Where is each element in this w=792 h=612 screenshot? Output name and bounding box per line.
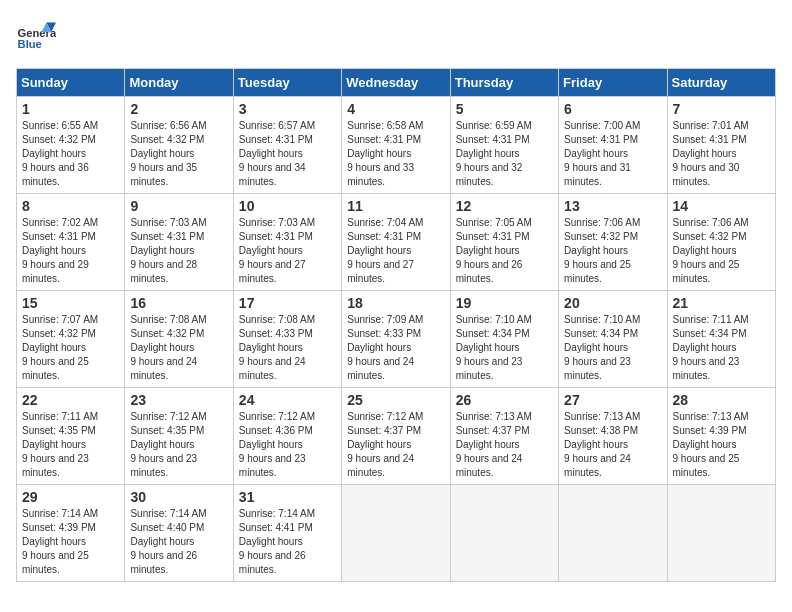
day-number: 3 xyxy=(239,101,336,117)
calendar-week-3: 15 Sunrise: 7:07 AMSunset: 4:32 PMDaylig… xyxy=(17,291,776,388)
day-number: 25 xyxy=(347,392,444,408)
weekday-header-friday: Friday xyxy=(559,69,667,97)
calendar-week-4: 22 Sunrise: 7:11 AMSunset: 4:35 PMDaylig… xyxy=(17,388,776,485)
calendar-cell: 31 Sunrise: 7:14 AMSunset: 4:41 PMDaylig… xyxy=(233,485,341,582)
day-info: Sunrise: 6:56 AMSunset: 4:32 PMDaylight … xyxy=(130,120,206,187)
day-info: Sunrise: 7:10 AMSunset: 4:34 PMDaylight … xyxy=(564,314,640,381)
day-info: Sunrise: 7:12 AMSunset: 4:35 PMDaylight … xyxy=(130,411,206,478)
calendar-cell: 8 Sunrise: 7:02 AMSunset: 4:31 PMDayligh… xyxy=(17,194,125,291)
day-number: 21 xyxy=(673,295,770,311)
day-info: Sunrise: 6:57 AMSunset: 4:31 PMDaylight … xyxy=(239,120,315,187)
day-info: Sunrise: 7:08 AMSunset: 4:33 PMDaylight … xyxy=(239,314,315,381)
calendar-cell: 5 Sunrise: 6:59 AMSunset: 4:31 PMDayligh… xyxy=(450,97,558,194)
calendar-cell: 10 Sunrise: 7:03 AMSunset: 4:31 PMDaylig… xyxy=(233,194,341,291)
day-info: Sunrise: 6:59 AMSunset: 4:31 PMDaylight … xyxy=(456,120,532,187)
calendar-cell xyxy=(559,485,667,582)
calendar-cell: 16 Sunrise: 7:08 AMSunset: 4:32 PMDaylig… xyxy=(125,291,233,388)
calendar-cell: 27 Sunrise: 7:13 AMSunset: 4:38 PMDaylig… xyxy=(559,388,667,485)
day-info: Sunrise: 7:07 AMSunset: 4:32 PMDaylight … xyxy=(22,314,98,381)
calendar-cell: 19 Sunrise: 7:10 AMSunset: 4:34 PMDaylig… xyxy=(450,291,558,388)
day-number: 23 xyxy=(130,392,227,408)
day-info: Sunrise: 7:01 AMSunset: 4:31 PMDaylight … xyxy=(673,120,749,187)
calendar-cell xyxy=(342,485,450,582)
day-info: Sunrise: 7:03 AMSunset: 4:31 PMDaylight … xyxy=(239,217,315,284)
calendar-cell: 6 Sunrise: 7:00 AMSunset: 4:31 PMDayligh… xyxy=(559,97,667,194)
calendar-week-1: 1 Sunrise: 6:55 AMSunset: 4:32 PMDayligh… xyxy=(17,97,776,194)
day-number: 10 xyxy=(239,198,336,214)
weekday-header-tuesday: Tuesday xyxy=(233,69,341,97)
day-number: 30 xyxy=(130,489,227,505)
day-info: Sunrise: 7:02 AMSunset: 4:31 PMDaylight … xyxy=(22,217,98,284)
day-info: Sunrise: 7:06 AMSunset: 4:32 PMDaylight … xyxy=(564,217,640,284)
calendar-cell: 24 Sunrise: 7:12 AMSunset: 4:36 PMDaylig… xyxy=(233,388,341,485)
weekday-header-sunday: Sunday xyxy=(17,69,125,97)
calendar-week-5: 29 Sunrise: 7:14 AMSunset: 4:39 PMDaylig… xyxy=(17,485,776,582)
calendar-cell: 11 Sunrise: 7:04 AMSunset: 4:31 PMDaylig… xyxy=(342,194,450,291)
day-number: 4 xyxy=(347,101,444,117)
calendar-cell xyxy=(450,485,558,582)
day-number: 26 xyxy=(456,392,553,408)
calendar-cell: 3 Sunrise: 6:57 AMSunset: 4:31 PMDayligh… xyxy=(233,97,341,194)
day-info: Sunrise: 7:11 AMSunset: 4:34 PMDaylight … xyxy=(673,314,749,381)
day-number: 6 xyxy=(564,101,661,117)
weekday-header-saturday: Saturday xyxy=(667,69,775,97)
day-number: 17 xyxy=(239,295,336,311)
day-number: 22 xyxy=(22,392,119,408)
day-number: 5 xyxy=(456,101,553,117)
day-info: Sunrise: 7:10 AMSunset: 4:34 PMDaylight … xyxy=(456,314,532,381)
calendar-cell: 13 Sunrise: 7:06 AMSunset: 4:32 PMDaylig… xyxy=(559,194,667,291)
day-number: 16 xyxy=(130,295,227,311)
day-number: 19 xyxy=(456,295,553,311)
day-info: Sunrise: 7:03 AMSunset: 4:31 PMDaylight … xyxy=(130,217,206,284)
day-info: Sunrise: 6:55 AMSunset: 4:32 PMDaylight … xyxy=(22,120,98,187)
day-number: 27 xyxy=(564,392,661,408)
day-info: Sunrise: 7:11 AMSunset: 4:35 PMDaylight … xyxy=(22,411,98,478)
calendar-cell: 20 Sunrise: 7:10 AMSunset: 4:34 PMDaylig… xyxy=(559,291,667,388)
weekday-header-monday: Monday xyxy=(125,69,233,97)
day-info: Sunrise: 7:06 AMSunset: 4:32 PMDaylight … xyxy=(673,217,749,284)
calendar-cell: 28 Sunrise: 7:13 AMSunset: 4:39 PMDaylig… xyxy=(667,388,775,485)
day-info: Sunrise: 7:14 AMSunset: 4:41 PMDaylight … xyxy=(239,508,315,575)
day-info: Sunrise: 7:00 AMSunset: 4:31 PMDaylight … xyxy=(564,120,640,187)
calendar-cell: 18 Sunrise: 7:09 AMSunset: 4:33 PMDaylig… xyxy=(342,291,450,388)
day-info: Sunrise: 7:13 AMSunset: 4:37 PMDaylight … xyxy=(456,411,532,478)
day-number: 24 xyxy=(239,392,336,408)
calendar-cell: 25 Sunrise: 7:12 AMSunset: 4:37 PMDaylig… xyxy=(342,388,450,485)
day-number: 12 xyxy=(456,198,553,214)
day-info: Sunrise: 7:13 AMSunset: 4:38 PMDaylight … xyxy=(564,411,640,478)
calendar-cell: 14 Sunrise: 7:06 AMSunset: 4:32 PMDaylig… xyxy=(667,194,775,291)
day-number: 8 xyxy=(22,198,119,214)
day-number: 15 xyxy=(22,295,119,311)
day-number: 20 xyxy=(564,295,661,311)
calendar-cell: 2 Sunrise: 6:56 AMSunset: 4:32 PMDayligh… xyxy=(125,97,233,194)
svg-text:Blue: Blue xyxy=(18,38,42,50)
calendar-week-2: 8 Sunrise: 7:02 AMSunset: 4:31 PMDayligh… xyxy=(17,194,776,291)
calendar-cell: 21 Sunrise: 7:11 AMSunset: 4:34 PMDaylig… xyxy=(667,291,775,388)
day-number: 14 xyxy=(673,198,770,214)
day-number: 7 xyxy=(673,101,770,117)
day-info: Sunrise: 6:58 AMSunset: 4:31 PMDaylight … xyxy=(347,120,423,187)
day-number: 11 xyxy=(347,198,444,214)
calendar-cell: 12 Sunrise: 7:05 AMSunset: 4:31 PMDaylig… xyxy=(450,194,558,291)
calendar-cell: 30 Sunrise: 7:14 AMSunset: 4:40 PMDaylig… xyxy=(125,485,233,582)
logo-icon: General Blue xyxy=(16,16,56,56)
day-info: Sunrise: 7:04 AMSunset: 4:31 PMDaylight … xyxy=(347,217,423,284)
day-info: Sunrise: 7:13 AMSunset: 4:39 PMDaylight … xyxy=(673,411,749,478)
calendar-cell: 17 Sunrise: 7:08 AMSunset: 4:33 PMDaylig… xyxy=(233,291,341,388)
day-number: 9 xyxy=(130,198,227,214)
day-number: 18 xyxy=(347,295,444,311)
calendar-cell: 29 Sunrise: 7:14 AMSunset: 4:39 PMDaylig… xyxy=(17,485,125,582)
calendar-cell: 23 Sunrise: 7:12 AMSunset: 4:35 PMDaylig… xyxy=(125,388,233,485)
day-number: 2 xyxy=(130,101,227,117)
calendar-table: SundayMondayTuesdayWednesdayThursdayFrid… xyxy=(16,68,776,582)
day-info: Sunrise: 7:05 AMSunset: 4:31 PMDaylight … xyxy=(456,217,532,284)
calendar-cell: 7 Sunrise: 7:01 AMSunset: 4:31 PMDayligh… xyxy=(667,97,775,194)
day-info: Sunrise: 7:12 AMSunset: 4:36 PMDaylight … xyxy=(239,411,315,478)
day-info: Sunrise: 7:08 AMSunset: 4:32 PMDaylight … xyxy=(130,314,206,381)
day-number: 29 xyxy=(22,489,119,505)
calendar-cell: 1 Sunrise: 6:55 AMSunset: 4:32 PMDayligh… xyxy=(17,97,125,194)
day-info: Sunrise: 7:09 AMSunset: 4:33 PMDaylight … xyxy=(347,314,423,381)
logo: General Blue xyxy=(16,16,56,56)
day-info: Sunrise: 7:14 AMSunset: 4:40 PMDaylight … xyxy=(130,508,206,575)
page-header: General Blue xyxy=(16,16,776,56)
